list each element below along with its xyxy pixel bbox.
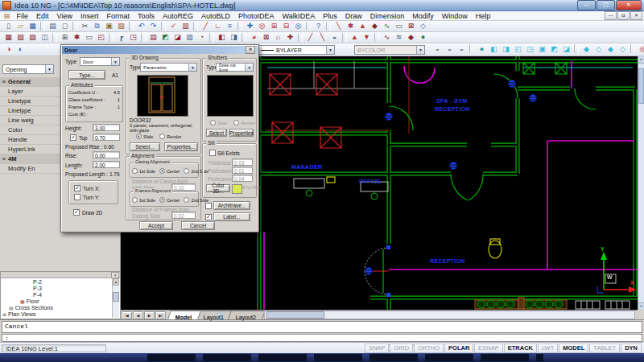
tree-item[interactable]: ▦ Floor (1, 298, 120, 304)
turn-x-checkbox[interactable] (74, 185, 80, 191)
toolbar-icon[interactable]: ◩ (159, 32, 171, 43)
scroll-up-icon[interactable]: ▲ (113, 278, 119, 286)
shutters-slide-radio[interactable] (210, 120, 216, 125)
toolbar-icon[interactable]: ⊟ (280, 21, 292, 31)
toolbar-icon[interactable] (574, 44, 579, 53)
menu-item[interactable]: PhotoIDEA (234, 12, 279, 20)
toolbar-icon[interactable]: ⊞ (59, 32, 71, 43)
status-toggle[interactable]: LWT (538, 343, 558, 353)
toolbar-icon[interactable]: ✓ (167, 21, 180, 31)
mdi-close-button[interactable]: ✕ (630, 11, 642, 20)
toolbar-icon[interactable]: ◇ (417, 21, 429, 31)
toolbar-icon[interactable]: ◇ (617, 44, 629, 55)
toolbar-icon[interactable]: ◔ (196, 32, 208, 43)
status-toggle[interactable]: DYN (621, 343, 642, 353)
toolbar-icon[interactable]: ╲ (316, 32, 328, 43)
color-3d-button[interactable]: Color 3D... (206, 184, 230, 192)
wall-side-field[interactable]: 0.10 (171, 183, 196, 191)
menu-item[interactable]: Help (472, 12, 495, 20)
toolbar-icon[interactable]: ◎ (292, 21, 304, 31)
toolbar-icon[interactable]: ✱ (345, 21, 357, 31)
casing-center-radio[interactable] (159, 168, 165, 174)
toolbar-icon[interactable]: ◆ (580, 44, 592, 55)
toolbar-icon[interactable] (129, 22, 134, 31)
menu-item[interactable]: Plus (319, 12, 341, 20)
toolbar-icon[interactable]: ≋ (393, 32, 405, 43)
toolbar-icon[interactable]: ◳ (127, 32, 139, 43)
casing-2nd-side-radio[interactable] (184, 168, 189, 174)
status-toggle[interactable]: ORTHO (414, 343, 444, 353)
toolbar-icon[interactable]: ◩ (548, 44, 560, 55)
status-toggle[interactable]: MODEL (559, 343, 588, 353)
toolbar-icon[interactable]: ┏ (115, 32, 127, 43)
status-toggle[interactable]: SNAP (365, 343, 389, 353)
toolbar-icon[interactable]: ▲ (357, 21, 369, 31)
toolbar-icon[interactable]: ◒ (456, 44, 468, 55)
toolbar-icon[interactable]: ▤ (47, 21, 59, 31)
scroll-down-icon[interactable]: ▼ (638, 302, 644, 310)
toolbar-icon[interactable]: ◒ (328, 32, 341, 43)
maximize-button[interactable]: ▢ (597, 0, 615, 10)
length-field[interactable]: 2.00 (93, 161, 120, 168)
mdi-minimize-button[interactable]: — (605, 11, 617, 20)
menu-item[interactable]: Dimension (366, 12, 409, 20)
toolbar-icon[interactable]: ◫ (39, 32, 51, 43)
toolbar-icon[interactable] (161, 22, 166, 31)
taskbar[interactable] (0, 353, 644, 362)
protrusion1-field[interactable]: 0.01 (232, 167, 253, 174)
tab-model[interactable]: Model (167, 311, 201, 319)
toolbar-icon[interactable] (469, 44, 474, 53)
menu-item[interactable]: Insert (76, 12, 103, 20)
vertical-scrollbar[interactable]: ▲ ▼ (638, 56, 644, 310)
toolbar-icon[interactable]: ● (476, 44, 488, 55)
toolbar-icon[interactable]: ◳ (524, 44, 536, 55)
minimize-button[interactable]: — (577, 0, 596, 10)
toolbar-icon[interactable] (209, 33, 214, 42)
label-button[interactable]: Label... (213, 212, 250, 221)
menu-item[interactable]: File (13, 12, 33, 20)
toolbar-icon[interactable]: ▨ (115, 21, 127, 31)
tab-nav-button[interactable]: ▶| (155, 311, 166, 319)
menu-item[interactable]: AutoREG (159, 12, 197, 20)
tree-item[interactable]: P-3 (1, 285, 120, 291)
menu-item[interactable]: AutoBLD (197, 12, 234, 20)
toolbar-icon[interactable]: ⊠ (260, 32, 272, 43)
toolbar-icon[interactable]: ⧉ (91, 21, 103, 31)
color-swatch[interactable] (232, 184, 242, 194)
toolbar-icon[interactable]: ∟ (212, 21, 224, 31)
accept-button[interactable]: Accept (139, 221, 173, 230)
menu-item[interactable]: WalkIDEA (279, 12, 320, 20)
toolbar-icon[interactable]: ✚ (244, 21, 256, 31)
turn-y-checkbox[interactable] (74, 194, 80, 200)
toolbar-icon[interactable]: ◑ (2, 44, 14, 55)
toolbar-icon[interactable]: ≡ (224, 21, 236, 31)
tab-nav-button[interactable]: ▶ (144, 311, 155, 319)
toolbar-icon[interactable]: ∿ (381, 32, 393, 43)
toolbar-icon[interactable] (242, 33, 246, 42)
frames-center-radio[interactable] (159, 197, 165, 203)
tab-nav-button[interactable]: ◀ (133, 311, 143, 319)
door-preview[interactable] (137, 75, 188, 117)
tree-item[interactable]: P-4 (1, 291, 120, 298)
chevron-down-icon[interactable]: ▼ (111, 58, 119, 65)
shutters-type-combo[interactable]: Does not Exist ▼ (216, 63, 254, 72)
toolbar-icon[interactable] (298, 33, 303, 42)
tab-nav-button[interactable]: |◀ (122, 311, 132, 319)
properties-button[interactable]: Properties... (164, 142, 198, 151)
toolbar-icon[interactable]: ◐ (14, 44, 27, 55)
scroll-thumb[interactable] (638, 68, 644, 104)
menu-item[interactable]: Tools (134, 12, 159, 20)
draw-2d-checkbox[interactable] (73, 209, 80, 216)
label-checkbox[interactable] (205, 214, 212, 220)
toolbar-icon[interactable]: ╱ (304, 32, 316, 43)
toolbar-icon[interactable]: ✂ (79, 21, 91, 31)
menu-item[interactable]: Draw (341, 12, 366, 20)
toolbar-icon[interactable]: ╲ (332, 21, 345, 31)
protrusion2-field[interactable]: 0.04 (232, 175, 253, 182)
horizontal-scrollbar[interactable] (264, 311, 635, 319)
toolbar-icon[interactable]: ◕ (248, 32, 260, 43)
shutters-properties-button[interactable]: Properties (229, 129, 254, 137)
close-icon[interactable]: ✕ (111, 272, 119, 278)
toolbar-icon[interactable]: ▥ (180, 21, 192, 31)
chevron-down-icon[interactable]: ▼ (416, 46, 424, 54)
